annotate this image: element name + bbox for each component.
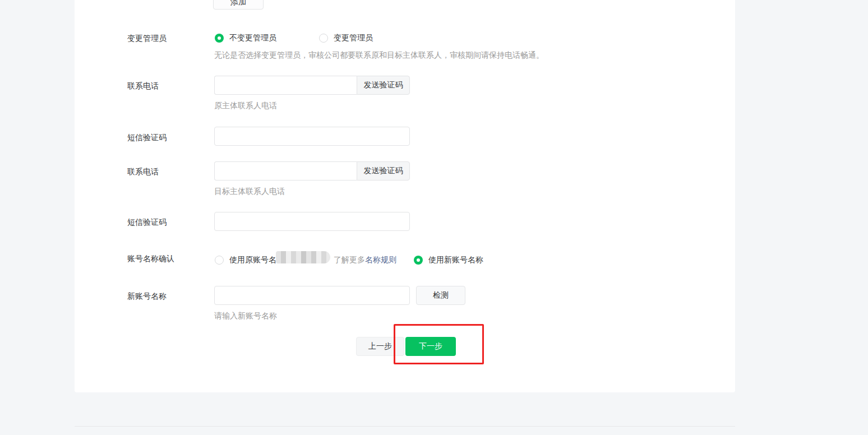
- add-button[interactable]: 添加: [213, 0, 264, 10]
- original-send-code-button[interactable]: 发送验证码: [357, 76, 410, 95]
- radio-admin-change[interactable]: [319, 34, 328, 43]
- original-phone-label: 联系电话: [127, 81, 159, 90]
- admin-change-help: 无论是否选择变更管理员，审核公司都要联系原和目标主体联系人，审核期间请保持电话畅…: [214, 50, 544, 59]
- target-send-code-button[interactable]: 发送验证码: [357, 161, 410, 181]
- target-sms-label: 短信验证码: [127, 218, 167, 226]
- admin-change-label: 变更管理员: [127, 34, 167, 43]
- original-phone-group: 发送验证码: [214, 76, 410, 95]
- radio-use-new-name[interactable]: [414, 256, 423, 265]
- new-account-name-help: 请输入新账号名称: [214, 311, 277, 320]
- name-rules-link[interactable]: 名称规则: [365, 255, 396, 265]
- target-phone-group: 发送验证码: [214, 161, 410, 181]
- account-name-confirm-label: 账号名称确认: [127, 254, 174, 263]
- original-sms-label: 短信验证码: [127, 133, 167, 142]
- target-phone-label: 联系电话: [127, 167, 159, 176]
- account-name-confirm-group: 使用原账号名称 了解更多 名称规则 使用新账号名称: [215, 255, 483, 265]
- radio-no-admin-change-label[interactable]: 不变更管理员: [229, 33, 276, 43]
- radio-no-admin-change[interactable]: [215, 34, 224, 43]
- radio-use-original-name[interactable]: [215, 256, 224, 265]
- radio-use-new-name-label[interactable]: 使用新账号名称: [428, 255, 483, 265]
- redacted-original-account-name: [276, 251, 330, 263]
- admin-change-radio-group: 不变更管理员 变更管理员: [215, 33, 373, 43]
- footer-divider: [75, 426, 735, 427]
- original-phone-input[interactable]: [214, 76, 357, 95]
- learn-more-text: 了解更多: [334, 255, 365, 265]
- radio-admin-change-label[interactable]: 变更管理员: [334, 33, 373, 43]
- target-sms-input[interactable]: [214, 212, 410, 231]
- prev-step-button[interactable]: 上一步: [356, 337, 404, 356]
- original-sms-input[interactable]: [214, 127, 410, 146]
- target-phone-help: 目标主体联系人电话: [214, 187, 285, 196]
- new-account-name-label: 新账号名称: [127, 291, 167, 300]
- check-name-button[interactable]: 检测: [416, 286, 465, 305]
- page: 添加 变更管理员 不变更管理员 变更管理员 无论是否选择变更管理员，审核公司都要…: [0, 0, 868, 435]
- target-phone-input[interactable]: [214, 161, 357, 181]
- form-card: 添加 变更管理员 不变更管理员 变更管理员 无论是否选择变更管理员，审核公司都要…: [75, 0, 735, 392]
- new-account-name-input[interactable]: [214, 286, 410, 305]
- next-step-button[interactable]: 下一步: [405, 337, 456, 356]
- original-phone-help: 原主体联系人电话: [214, 101, 277, 110]
